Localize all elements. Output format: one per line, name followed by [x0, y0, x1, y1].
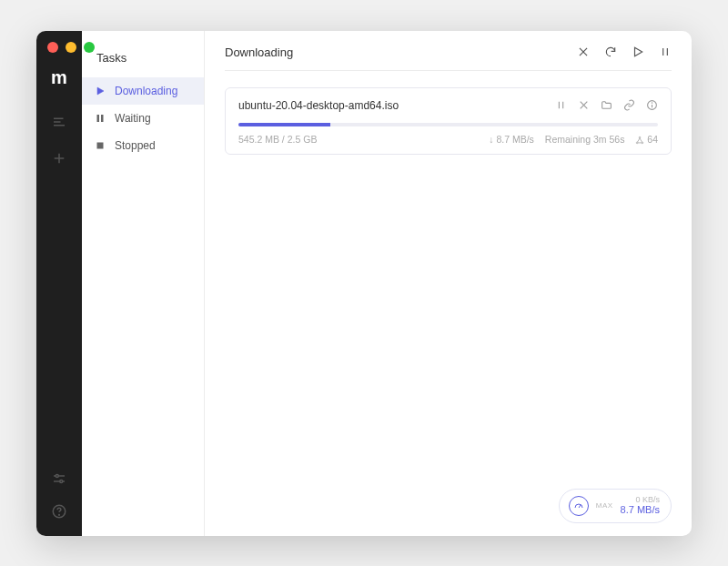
minimize-window-button[interactable] [66, 42, 76, 53]
sidebar-item-downloading[interactable]: Downloading [82, 77, 204, 105]
svg-point-6 [56, 474, 58, 477]
task-remaining: Remaining 3m 56s [545, 134, 625, 145]
sidebar-item-stopped[interactable]: Stopped [82, 132, 204, 159]
svg-marker-11 [97, 87, 104, 95]
svg-point-10 [59, 514, 60, 515]
sidebar-title: Tasks [82, 45, 204, 77]
svg-point-29 [642, 142, 643, 144]
play-icon [95, 86, 106, 96]
add-task-icon[interactable] [51, 150, 67, 167]
app-window: m Tasks Downloading Waiting [36, 31, 692, 536]
peers-icon [635, 136, 644, 145]
resume-all-button[interactable] [632, 45, 644, 58]
pause-icon [95, 113, 106, 124]
svg-rect-14 [97, 142, 104, 148]
task-folder-button[interactable] [601, 99, 612, 111]
page-title: Downloading [225, 45, 293, 59]
task-speed: ↓ 8.7 MB/s [489, 134, 534, 145]
task-card[interactable]: ubuntu-20.04-desktop-amd64.iso [225, 87, 672, 155]
maximize-window-button[interactable] [84, 42, 95, 53]
download-speed: 8.7 MB/s [621, 504, 660, 516]
task-pause-button[interactable] [555, 99, 567, 111]
task-progress-text: 545.2 MB / 2.5 GB [238, 134, 317, 145]
tasks-rail-icon[interactable] [51, 114, 67, 130]
sidebar: Tasks Downloading Waiting Stopped [82, 31, 205, 536]
svg-marker-17 [635, 47, 642, 56]
svg-line-33 [579, 505, 581, 508]
speedometer-icon [569, 496, 589, 516]
task-peers: 64 [635, 134, 658, 145]
svg-rect-12 [97, 115, 100, 122]
svg-line-31 [640, 138, 642, 142]
settings-icon[interactable] [51, 470, 67, 487]
speed-indicator[interactable]: MAX 0 KB/s 8.7 MB/s [559, 489, 672, 523]
delete-all-button[interactable] [577, 45, 590, 58]
upload-speed: 0 KB/s [635, 495, 660, 505]
task-filename: ubuntu-20.04-desktop-amd64.iso [238, 99, 399, 112]
help-icon[interactable] [51, 503, 67, 520]
sidebar-item-label: Stopped [115, 139, 156, 152]
task-delete-button[interactable] [578, 99, 590, 111]
speed-max-label: MAX [596, 501, 613, 510]
task-info-button[interactable] [646, 99, 658, 111]
task-actions [555, 99, 658, 111]
progress-bar [238, 123, 658, 126]
sidebar-item-label: Downloading [115, 85, 177, 97]
sidebar-item-label: Waiting [115, 112, 151, 125]
svg-point-28 [637, 142, 639, 144]
svg-point-27 [640, 136, 642, 138]
app-logo: m [51, 67, 67, 88]
svg-rect-13 [101, 115, 104, 122]
main-panel: Downloading ubuntu-20.04-desktop-amd64.i… [205, 31, 692, 536]
task-link-button[interactable] [623, 99, 635, 111]
refresh-button[interactable] [604, 45, 617, 58]
header-actions [577, 45, 672, 58]
sidebar-item-waiting[interactable]: Waiting [82, 105, 204, 132]
task-meta: 545.2 MB / 2.5 GB ↓ 8.7 MB/s Remaining 3… [238, 134, 658, 145]
traffic-lights [47, 42, 95, 53]
svg-point-8 [60, 480, 63, 482]
left-rail: m [36, 31, 82, 536]
main-header: Downloading [225, 45, 672, 71]
close-window-button[interactable] [47, 42, 58, 53]
svg-point-26 [652, 103, 652, 104]
stop-icon [95, 140, 106, 151]
pause-all-button[interactable] [659, 45, 672, 58]
svg-line-30 [638, 138, 641, 142]
progress-fill [238, 123, 330, 126]
